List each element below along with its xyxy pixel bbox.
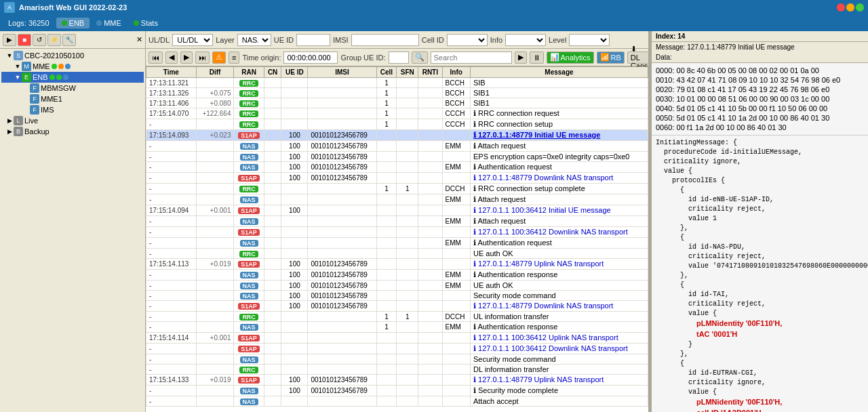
cell-message[interactable]: ℹ 127.0.1.1 100:36412 Downlink NAS trans… [470, 344, 648, 354]
cell-message[interactable]: UE auth OK [470, 249, 648, 259]
search-icon-btn[interactable]: 🔍 [412, 52, 428, 64]
cell-message[interactable]: Security mode command [470, 291, 648, 301]
cell-message[interactable]: SIB1 [470, 98, 648, 108]
table-row[interactable]: 17:13:11.321 RRC 1 BCCH SIB [146, 78, 648, 88]
msg-link[interactable]: ℹ 127.0.1.1 100:36412 Downlink NAS trans… [473, 228, 628, 236]
cell-message[interactable]: ℹ RRC connection setup [470, 119, 648, 130]
cell-message[interactable]: ℹ RRC connection setup complete [470, 184, 648, 194]
cell-message[interactable]: UE auth OK [470, 281, 648, 291]
nav-first[interactable]: ⏮ [149, 52, 163, 64]
cell-message[interactable]: ℹ RRC connection request [470, 108, 648, 119]
msg-link[interactable]: ℹ 127.0.1.1 100:36412 Downlink NAS trans… [473, 344, 628, 352]
table-row[interactable]: - NAS Security mode command [146, 354, 648, 365]
cell-message[interactable]: ℹ 127.0.1.1 100:36412 Initial UE message [470, 205, 648, 216]
table-row[interactable]: 17:15:14.094 +0.001 S1AP 100 ℹ 127.0.1.1… [146, 205, 648, 216]
table-row[interactable]: - NAS Attach accept [146, 396, 648, 407]
cell-message[interactable]: ℹ Security mode complete [470, 386, 648, 396]
tree-mbmsgw[interactable]: F MBMSGW [1, 83, 144, 94]
table-row[interactable]: - NAS 100 001010123456789 EMM ℹ Authenti… [146, 270, 648, 281]
group-ue-id-input[interactable] [389, 52, 409, 64]
table-row[interactable]: - RRC 1 CCCH ℹ RRC connection setup [146, 119, 648, 130]
table-row[interactable]: - NAS 100 001010123456789 EMM ℹ Authenti… [146, 162, 648, 173]
tree-mme1[interactable]: F MME1 [1, 94, 144, 104]
sidebar-btn-3[interactable]: ↺ [33, 34, 46, 46]
msg-link[interactable]: ℹ 127.0.1.1:48779 Downlink NAS transport [473, 173, 613, 182]
nav-last[interactable]: ⏭ [195, 52, 210, 64]
table-row[interactable]: - NAS 100 001010123456789 EMM ℹ Attach r… [146, 141, 648, 152]
table-row[interactable]: - NAS 100 001010123456789 ℹ Security mod… [146, 386, 648, 396]
menu-stats[interactable]: Stats [128, 18, 163, 28]
msg-link[interactable]: ℹ 127.0.1.1 100:36412 Initial UE message [473, 206, 611, 214]
menu-enb[interactable]: ENB [56, 18, 90, 28]
table-row[interactable]: - NAS 100 001010123456789 Security mode … [146, 291, 648, 301]
info-select[interactable] [505, 34, 546, 46]
cell-message[interactable]: DL information transfer [470, 365, 648, 375]
cell-message[interactable]: ℹ 127.0.1.1:48779 Uplink NAS transport [470, 375, 648, 386]
layer-select[interactable]: NAS. [237, 34, 271, 46]
table-row[interactable]: 17:15:14.113 +0.019 S1AP 100 00101012345… [146, 259, 648, 270]
table-row[interactable]: - RRC UE auth OK [146, 249, 648, 259]
table-row[interactable]: 17:15:14.070 +122.664 RRC 1 CCCH ℹ RRC c… [146, 108, 648, 119]
sidebar-btn-5[interactable]: 🔧 [62, 34, 76, 46]
table-row[interactable]: 17:15:14.133 +0.019 S1AP 100 00101012345… [146, 375, 648, 386]
tree-ims[interactable]: F IMS [1, 104, 144, 115]
rb-btn[interactable]: 📶 RB [597, 52, 625, 64]
sidebar-btn-4[interactable]: ⚡ [47, 34, 61, 46]
level-select[interactable] [569, 34, 610, 46]
table-row[interactable]: - NAS 100 001010123456789 EMM UE auth OK [146, 281, 648, 291]
pause-btn[interactable]: ⏸ [530, 52, 544, 64]
time-origin-input[interactable] [283, 52, 338, 64]
table-row[interactable]: - RRC DL information transfer [146, 365, 648, 375]
close-button[interactable] [837, 3, 845, 12]
tree-enb[interactable]: ▼ E ENB [1, 72, 144, 83]
cell-message[interactable]: Security mode command [470, 354, 648, 365]
cell-message[interactable]: ℹ 127.0.1.1 100:36412 Downlink NAS trans… [470, 227, 648, 238]
sidebar-btn-1[interactable]: ▶ [3, 34, 16, 46]
table-row[interactable]: - NAS EMM ℹ Attach request [146, 194, 648, 205]
cell-message[interactable]: ℹ Attach request [470, 194, 648, 205]
cell-message[interactable]: SIB1 [470, 88, 648, 98]
msg-link[interactable]: ℹ 127.0.1.1:48779 Initial UE message [473, 131, 600, 139]
sidebar-btn-stop[interactable]: ■ [18, 34, 31, 46]
table-row[interactable]: - NAS 1 EMM ℹ Authentication response [146, 322, 648, 333]
msg-link[interactable]: ℹ 127.0.1.1:48779 Uplink NAS transport [473, 375, 604, 384]
table-row[interactable]: - S1AP 100 001010123456789 ℹ 127.0.1.1:4… [146, 173, 648, 184]
menu-logs[interactable]: Logs: 36250 [3, 18, 55, 28]
search-input[interactable] [431, 52, 512, 64]
table-row[interactable]: 17:13:11.406 +0.080 RRC 1 BCCH SIB1 [146, 98, 648, 108]
minimize-button[interactable] [846, 3, 854, 12]
cell-message[interactable]: ℹ Attach request [470, 141, 648, 152]
ul-dl-select[interactable]: UL/DL [172, 34, 213, 46]
table-row[interactable]: - S1AP ℹ 127.0.1.1 100:36412 Downlink NA… [146, 227, 648, 238]
imsi-input[interactable] [351, 34, 419, 46]
msg-link[interactable]: ℹ 127.0.1.1:48779 Downlink NAS transport [473, 302, 613, 310]
cell-message[interactable]: Attach accept [470, 396, 648, 407]
cell-message[interactable]: ℹ Authentication response [470, 322, 648, 333]
cell-id-select[interactable] [447, 34, 488, 46]
tree-mme[interactable]: ▼ M MME [1, 61, 144, 72]
table-row[interactable]: - RRC 1 1 DCCH UL information transfer [146, 312, 648, 322]
msg-link[interactable]: ℹ 127.0.1.1 100:36412 Uplink NAS transpo… [473, 333, 618, 342]
table-row[interactable]: - NAS EMM ℹ Authentication request [146, 238, 648, 249]
cell-message[interactable]: SIB [470, 78, 648, 88]
table-row[interactable]: 17:13:11.326 +0.075 RRC 1 BCCH SIB1 [146, 88, 648, 98]
menu-mme[interactable]: MME [91, 18, 127, 28]
play-btn[interactable]: ▶ [515, 52, 527, 64]
table-row[interactable]: - NAS EMM ℹ Attach request [146, 216, 648, 227]
cell-message[interactable]: EPS encryption caps=0xe0 integrity caps=… [470, 152, 648, 162]
alert-btn[interactable]: ⚠ [212, 52, 226, 64]
nav-prev[interactable]: ◀ [165, 52, 178, 64]
cell-message[interactable]: ℹ 127.0.1.1:48779 Uplink NAS transport [470, 259, 648, 270]
cell-message[interactable]: ℹ 127.0.1.1:48779 Downlink NAS transport [470, 301, 648, 312]
cell-message[interactable]: UL information transfer [470, 312, 648, 322]
msg-link[interactable]: ℹ 127.0.1.1:48779 Uplink NAS transport [473, 260, 604, 268]
cell-message[interactable]: ℹ Authentication request [470, 238, 648, 249]
cell-message[interactable]: ℹ Attach request [470, 216, 648, 227]
table-row[interactable]: 17:15:14.093 +0.023 S1AP 100 00101012345… [146, 130, 648, 141]
filter-btn-extra[interactable]: ≡ [229, 52, 239, 64]
table-row[interactable]: 17:15:14.114 +0.001 S1AP ℹ 127.0.1.1 100… [146, 333, 648, 344]
maximize-button[interactable] [856, 3, 864, 12]
analytics-btn[interactable]: 📊 Analytics [547, 52, 594, 64]
table-row[interactable]: - RRC 1 1 DCCH ℹ RRC connection setup co… [146, 184, 648, 194]
dl-caps-btn[interactable]: ⬇ DL Caps [627, 52, 648, 64]
